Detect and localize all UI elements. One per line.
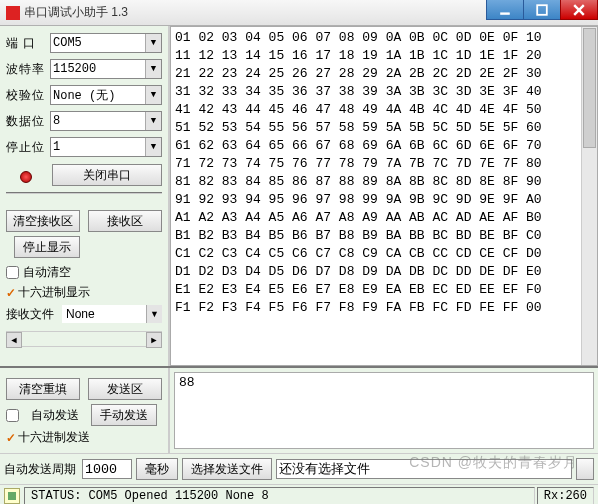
chevron-down-icon[interactable]: ▼ [145, 86, 161, 104]
period-label: 自动发送周期 [4, 461, 76, 478]
clear-recv-button[interactable]: 清空接收区 [6, 210, 80, 232]
svg-rect-1 [537, 5, 547, 15]
port-select[interactable]: COM5 ▼ [50, 33, 162, 53]
clear-resend-button[interactable]: 清空重填 [6, 378, 80, 400]
port-status-led [20, 171, 32, 183]
recv-area-button[interactable]: 接收区 [88, 210, 162, 232]
file-path-input[interactable] [276, 459, 572, 479]
recv-file-label: 接收文件 [6, 306, 62, 323]
chevron-down-icon[interactable]: ▼ [145, 112, 161, 130]
stopbits-label: 停止位 [6, 139, 50, 156]
vertical-scrollbar[interactable] [581, 27, 597, 365]
extra-button[interactable] [576, 458, 594, 480]
databits-select[interactable]: 8 ▼ [50, 111, 162, 131]
send-area-button[interactable]: 发送区 [88, 378, 162, 400]
minimize-button[interactable] [486, 0, 524, 20]
manual-send-button[interactable]: 手动发送 [91, 404, 157, 426]
send-textarea[interactable]: 88 [174, 372, 594, 449]
close-port-button[interactable]: 关闭串口 [52, 164, 162, 186]
databits-label: 数据位 [6, 113, 50, 130]
chevron-down-icon[interactable]: ▼ [146, 305, 162, 323]
choose-file-button[interactable]: 选择发送文件 [182, 458, 272, 480]
chevron-down-icon[interactable]: ▼ [145, 138, 161, 156]
auto-clear-checkbox[interactable] [6, 266, 19, 279]
baud-label: 波特率 [6, 61, 50, 78]
chevron-down-icon[interactable]: ▼ [145, 60, 161, 78]
auto-clear-label: 自动清空 [23, 264, 71, 281]
scrollbar-thumb[interactable] [583, 28, 596, 148]
window-title: 串口调试小助手 1.3 [24, 4, 128, 21]
maximize-button[interactable] [523, 0, 561, 20]
app-icon [6, 6, 20, 20]
stopbits-select[interactable]: 1 ▼ [50, 137, 162, 157]
auto-send-checkbox[interactable] [6, 409, 19, 422]
status-bar: STATUS: COM5 Opened 115200 None 8 Rx:260 [0, 484, 598, 504]
title-bar: 串口调试小助手 1.3 [0, 0, 598, 26]
port-label: 端 口 [6, 35, 50, 52]
status-text: STATUS: COM5 Opened 115200 None 8 [24, 487, 535, 505]
period-input[interactable] [82, 459, 132, 479]
config-panel: 端 口 COM5 ▼ 波特率 115200 ▼ 校验位 None (无) ▼ 数… [0, 26, 170, 366]
hex-display-label[interactable]: 十六进制显示 [18, 284, 90, 301]
recv-file-select[interactable]: None ▼ [62, 305, 162, 323]
scroll-right-icon[interactable]: ► [146, 332, 162, 348]
parity-label: 校验位 [6, 87, 50, 104]
receive-textarea[interactable]: 01 02 03 04 05 06 07 08 09 0A 0B 0C 0D 0… [170, 26, 598, 366]
chevron-down-icon[interactable]: ▼ [145, 34, 161, 52]
baud-select[interactable]: 115200 ▼ [50, 59, 162, 79]
stop-display-button[interactable]: 停止显示 [14, 236, 80, 258]
close-button[interactable] [560, 0, 598, 20]
status-icon [4, 488, 20, 504]
auto-send-label: 自动发送 [31, 407, 79, 424]
scroll-left-icon[interactable]: ◄ [6, 332, 22, 348]
rx-counter: Rx:260 [537, 487, 594, 505]
send-config-panel: 清空重填 发送区 自动发送 手动发送 ✓ 十六进制发送 [0, 368, 170, 453]
hex-send-label[interactable]: 十六进制发送 [18, 429, 90, 446]
period-unit-button[interactable]: 毫秒 [136, 458, 178, 480]
parity-select[interactable]: None (无) ▼ [50, 85, 162, 105]
